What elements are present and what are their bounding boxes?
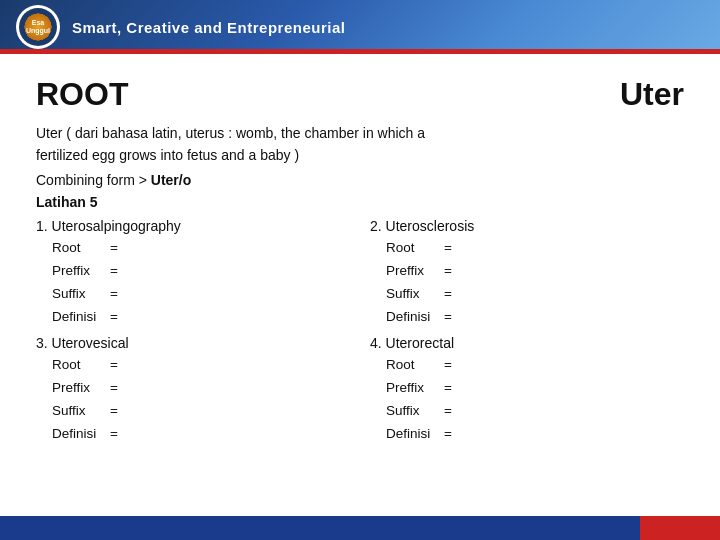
header: EsaUnggul Smart, Creative and Entreprene…: [0, 0, 720, 54]
field-label: Root: [386, 354, 444, 377]
field-equals: =: [110, 400, 118, 423]
field-label: Definisi: [386, 423, 444, 446]
field-row: Definisi=: [386, 423, 684, 446]
exercise-item-2: 2. UterosclerosisRoot=Preffix=Suffix=Def…: [370, 218, 684, 329]
field-label: Preffix: [386, 260, 444, 283]
field-equals: =: [110, 423, 118, 446]
field-row: Definisi=: [52, 306, 350, 329]
title-uter: Uter: [620, 76, 684, 113]
title-root: ROOT: [36, 76, 128, 113]
field-equals: =: [110, 237, 118, 260]
exercise-title-3: 3. Uterovesical: [36, 335, 350, 351]
bottom-bar: [0, 516, 720, 540]
exercise-fields-1: Root=Preffix=Suffix=Definisi=: [36, 237, 350, 329]
field-row: Root=: [386, 237, 684, 260]
field-row: Preffix=: [52, 377, 350, 400]
field-equals: =: [444, 400, 452, 423]
field-row: Suffix=: [52, 283, 350, 306]
field-equals: =: [110, 283, 118, 306]
exercise-fields-3: Root=Preffix=Suffix=Definisi=: [36, 354, 350, 446]
header-tagline: Smart, Creative and Entrepreneurial: [72, 19, 345, 36]
field-row: Preffix=: [386, 377, 684, 400]
exercise-title-1: 1. Uterosalpingography: [36, 218, 350, 234]
field-label: Suffix: [386, 400, 444, 423]
field-equals: =: [444, 306, 452, 329]
bottom-blue-bar: [0, 516, 640, 540]
field-equals: =: [110, 260, 118, 283]
field-equals: =: [444, 283, 452, 306]
latihan-label: Latihan 5: [36, 194, 684, 210]
exercise-fields-2: Root=Preffix=Suffix=Definisi=: [370, 237, 684, 329]
bottom-red-bar: [640, 516, 720, 540]
exercise-fields-4: Root=Preffix=Suffix=Definisi=: [370, 354, 684, 446]
exercise-grid: 1. UterosalpingographyRoot=Preffix=Suffi…: [36, 218, 684, 452]
title-row: ROOT Uter: [36, 76, 684, 113]
field-row: Definisi=: [52, 423, 350, 446]
field-equals: =: [444, 354, 452, 377]
field-label: Definisi: [52, 306, 110, 329]
field-equals: =: [110, 306, 118, 329]
description-line2: fertilized egg grows into fetus and a ba…: [36, 147, 299, 163]
field-equals: =: [444, 423, 452, 446]
field-label: Definisi: [52, 423, 110, 446]
exercise-title-2: 2. Uterosclerosis: [370, 218, 684, 234]
exercise-title-4: 4. Uterorectal: [370, 335, 684, 351]
field-label: Root: [52, 237, 110, 260]
field-row: Root=: [52, 354, 350, 377]
field-equals: =: [444, 237, 452, 260]
field-row: Suffix=: [386, 400, 684, 423]
field-label: Suffix: [386, 283, 444, 306]
description: Uter ( dari bahasa latin, uterus : womb,…: [36, 123, 684, 166]
header-red-bar: [0, 49, 720, 54]
field-row: Suffix=: [52, 400, 350, 423]
field-label: Suffix: [52, 400, 110, 423]
field-row: Root=: [52, 237, 350, 260]
field-equals: =: [110, 354, 118, 377]
main-content: ROOT Uter Uter ( dari bahasa latin, uter…: [0, 54, 720, 516]
exercise-item-1: 1. UterosalpingographyRoot=Preffix=Suffi…: [36, 218, 350, 329]
combining-form: Combining form > Uter/o: [36, 172, 684, 188]
combining-value: Uter/o: [151, 172, 191, 188]
field-row: Preffix=: [386, 260, 684, 283]
exercise-item-3: 3. UterovesicalRoot=Preffix=Suffix=Defin…: [36, 335, 350, 446]
logo-text: EsaUnggul: [26, 19, 50, 34]
field-equals: =: [444, 377, 452, 400]
combining-prefix: Combining form >: [36, 172, 151, 188]
logo: EsaUnggul: [16, 5, 60, 49]
field-label: Root: [386, 237, 444, 260]
logo-inner: EsaUnggul: [19, 8, 57, 46]
field-label: Definisi: [386, 306, 444, 329]
field-label: Preffix: [52, 260, 110, 283]
field-label: Preffix: [386, 377, 444, 400]
description-line1: Uter ( dari bahasa latin, uterus : womb,…: [36, 125, 425, 141]
field-label: Preffix: [52, 377, 110, 400]
exercise-item-4: 4. UterorectalRoot=Preffix=Suffix=Defini…: [370, 335, 684, 446]
field-row: Suffix=: [386, 283, 684, 306]
field-row: Preffix=: [52, 260, 350, 283]
field-equals: =: [110, 377, 118, 400]
field-row: Definisi=: [386, 306, 684, 329]
field-equals: =: [444, 260, 452, 283]
field-label: Root: [52, 354, 110, 377]
logo-circle: EsaUnggul: [16, 5, 60, 49]
field-label: Suffix: [52, 283, 110, 306]
field-row: Root=: [386, 354, 684, 377]
